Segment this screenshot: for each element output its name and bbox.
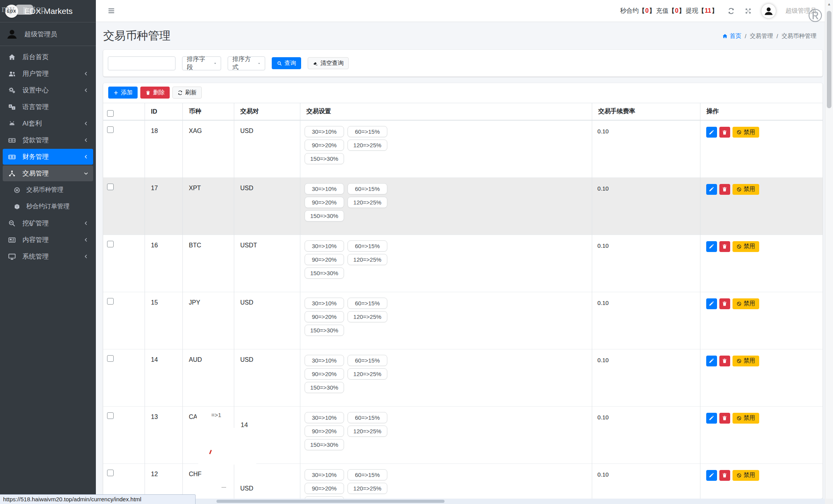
disable-button[interactable]: 禁用	[732, 184, 759, 195]
disable-button[interactable]: 禁用	[732, 241, 759, 252]
delete-button[interactable]: 删除	[140, 87, 170, 99]
setting-pill-button[interactable]: 30=>10%	[305, 126, 344, 137]
setting-pill-button[interactable]: 90=>20%	[305, 426, 344, 437]
delete-row-button[interactable]	[719, 241, 730, 252]
breadcrumb-home-link[interactable]: 首页	[722, 32, 741, 40]
hamburger-menu-icon[interactable]	[107, 7, 116, 15]
stat-counter[interactable]: 秒合约【0】	[620, 7, 655, 15]
sidebar-item[interactable]: 语言管理	[3, 99, 93, 115]
setting-pill-button[interactable]: 150=>30%	[305, 153, 344, 164]
setting-pill-button[interactable]: 120=>25%	[348, 140, 387, 151]
edit-button[interactable]	[706, 470, 717, 481]
disable-button[interactable]: 禁用	[732, 470, 759, 481]
edit-button[interactable]	[706, 127, 717, 138]
setting-pill-button[interactable]: 90=>20%	[305, 140, 344, 151]
delete-row-button[interactable]	[719, 356, 730, 366]
setting-pill-button[interactable]: 60=>15%	[348, 240, 387, 252]
setting-pill-button[interactable]: 90=>20%	[305, 311, 344, 322]
refresh-button[interactable]: 刷新	[172, 87, 202, 99]
select-all-checkbox[interactable]	[107, 110, 114, 117]
sidebar-item[interactable]: 财务管理	[3, 149, 93, 165]
edit-button[interactable]	[706, 298, 717, 309]
setting-pill-button[interactable]: 150=>30%	[305, 382, 344, 393]
setting-pill-button[interactable]: 150=>30%	[305, 439, 344, 450]
breadcrumb-item[interactable]: 交易管理	[750, 32, 773, 40]
sidebar-item[interactable]: 设置中心	[3, 82, 93, 98]
sidebar-item[interactable]: 后台首页	[3, 49, 93, 65]
setting-pill-button[interactable]: 150=>30%	[305, 325, 344, 336]
setting-pill-button[interactable]: 120=>25%	[348, 426, 387, 437]
edit-button[interactable]	[706, 184, 717, 195]
sidebar-item[interactable]: 挖矿管理	[3, 215, 93, 231]
delete-row-button[interactable]	[719, 298, 730, 309]
query-button[interactable]: 查询	[272, 57, 301, 69]
setting-pill-button[interactable]: 150=>30%	[305, 210, 344, 221]
sidebar-item[interactable]: 秒合约订单管理	[3, 199, 93, 215]
brand[interactable]: EDX EDX-Markets	[0, 0, 96, 22]
row-checkbox[interactable]	[107, 470, 114, 476]
sidebar-item[interactable]: 交易管理	[3, 165, 93, 181]
setting-pill-button[interactable]: 90=>20%	[305, 483, 344, 494]
disable-button[interactable]: 禁用	[732, 413, 759, 424]
edit-button[interactable]	[706, 241, 717, 252]
edit-button[interactable]	[706, 356, 717, 366]
avatar[interactable]	[761, 4, 776, 18]
scrollbar-up-arrow[interactable]: ▲	[825, 0, 833, 8]
horizontal-scrollbar-thumb[interactable]	[216, 500, 445, 503]
sidebar-user-panel[interactable]: 超级管理员	[0, 22, 96, 46]
search-input[interactable]	[108, 56, 175, 70]
stat-counter[interactable]: 充值【0】	[656, 7, 685, 15]
stat-counter[interactable]: 提现【11】	[686, 7, 718, 15]
vertical-scrollbar[interactable]: ▲	[825, 0, 833, 504]
setting-pill-button[interactable]: 60=>15%	[348, 355, 387, 366]
row-checkbox[interactable]	[107, 412, 114, 419]
edit-button[interactable]	[706, 413, 717, 424]
disable-button[interactable]: 禁用	[732, 298, 759, 309]
sidebar-item[interactable]: 交易币种管理	[3, 182, 93, 198]
sidebar-item[interactable]: 内容管理	[3, 232, 93, 248]
sidebar-item[interactable]: 系统管理	[3, 249, 93, 264]
setting-pill-button[interactable]: 120=>25%	[348, 197, 387, 208]
row-checkbox[interactable]	[107, 355, 114, 362]
setting-pill-button[interactable]: 30=>10%	[305, 412, 344, 423]
clear-query-button[interactable]: 清空查询	[308, 57, 349, 69]
fullscreen-icon[interactable]	[744, 7, 752, 15]
setting-pill-button[interactable]: 120=>25%	[348, 254, 387, 265]
setting-pill-button[interactable]: 30=>10%	[305, 183, 344, 194]
delete-row-button[interactable]	[719, 413, 730, 424]
setting-pill-button[interactable]: 30=>10%	[305, 298, 344, 309]
setting-pill-button[interactable]: 60=>15%	[348, 469, 387, 480]
row-checkbox[interactable]	[107, 241, 114, 247]
setting-pill-button[interactable]: 120=>25%	[348, 483, 387, 494]
setting-pill-button[interactable]: 30=>10%	[305, 469, 344, 480]
setting-pill-button[interactable]: 60=>15%	[348, 298, 387, 309]
sidebar-item[interactable]: 贷款管理	[3, 132, 93, 148]
row-checkbox[interactable]	[107, 126, 114, 133]
sidebar-item[interactable]: 用户管理	[3, 66, 93, 82]
setting-pill-button[interactable]: 90=>20%	[305, 254, 344, 265]
setting-pill-button[interactable]: 60=>15%	[348, 412, 387, 423]
disable-button[interactable]: 禁用	[732, 356, 759, 366]
setting-pill-button[interactable]: 90=>20%	[305, 368, 344, 380]
setting-pill-button[interactable]: 30=>10%	[305, 240, 344, 252]
table-header-row: ID 币种 交易对 交易设置 交易手续费率 操作	[103, 103, 823, 121]
setting-pill-button[interactable]: 150=>30%	[305, 267, 344, 279]
setting-pill-button[interactable]: 120=>25%	[348, 368, 387, 380]
delete-row-button[interactable]	[719, 127, 730, 138]
vertical-scrollbar-thumb[interactable]	[827, 11, 831, 108]
sidebar-item[interactable]: AI套利	[3, 116, 93, 131]
add-button[interactable]: 添加	[108, 87, 138, 99]
row-checkbox[interactable]	[107, 298, 114, 305]
setting-pill-button[interactable]: 120=>25%	[348, 311, 387, 322]
sort-order-select[interactable]: 排序方式	[228, 56, 265, 70]
setting-pill-button[interactable]: 60=>15%	[348, 126, 387, 137]
delete-row-button[interactable]	[719, 184, 730, 195]
disable-button[interactable]: 禁用	[732, 127, 759, 138]
refresh-icon[interactable]	[727, 7, 735, 15]
setting-pill-button[interactable]: 30=>10%	[305, 355, 344, 366]
setting-pill-button[interactable]: 60=>15%	[348, 183, 387, 194]
setting-pill-button[interactable]: 90=>20%	[305, 197, 344, 208]
sort-field-select[interactable]: 排序字段	[182, 56, 221, 70]
delete-row-button[interactable]	[719, 470, 730, 481]
row-checkbox[interactable]	[107, 184, 114, 190]
